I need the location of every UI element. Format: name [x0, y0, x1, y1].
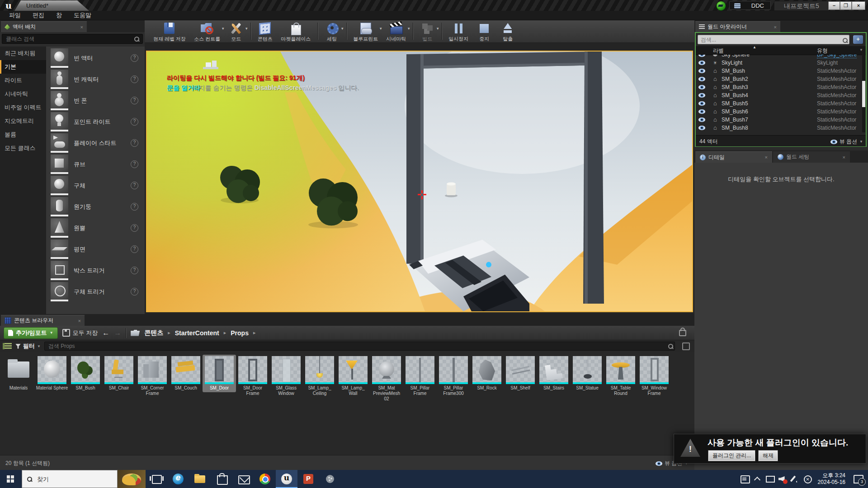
visibility-eye-icon[interactable]: [698, 101, 705, 106]
asset-tile[interactable]: SM_Statue: [571, 355, 604, 392]
asset-tile[interactable]: SM_Glass Window: [269, 355, 303, 398]
category-item[interactable]: 최근 배치됨: [0, 47, 46, 60]
chevron-down-icon[interactable]: ▼: [340, 27, 344, 31]
taskbar-search-input[interactable]: [36, 475, 106, 483]
menu-item[interactable]: 편집: [27, 11, 50, 19]
start-button[interactable]: [0, 470, 22, 488]
outliner-search-input[interactable]: [698, 35, 849, 44]
toolbar-button[interactable]: 시네마틱 ▼: [382, 20, 410, 42]
sources-panel-icon[interactable]: [3, 343, 12, 349]
breadcrumb-item[interactable]: Props: [231, 329, 255, 337]
visibility-eye-icon[interactable]: [698, 77, 705, 81]
placeable-actor-row[interactable]: 원뿔 ?: [46, 217, 145, 239]
ddc-button[interactable]: DDC: [729, 1, 771, 10]
outliner-view-options[interactable]: 뷰 옵션 ▼: [830, 138, 863, 145]
add-import-button[interactable]: 추가/임포트 ▼: [4, 327, 58, 339]
outliner-row[interactable]: SM_Bush6 StaticMeshActor: [696, 108, 866, 116]
asset-tile[interactable]: SM_Pillar Frame300: [437, 355, 470, 398]
outliner-row[interactable]: SM_Bush StaticMeshActor: [696, 67, 866, 75]
asset-tile[interactable]: SM_Door Frame: [236, 355, 269, 398]
taskbar-app-icon[interactable]: [297, 470, 319, 488]
breadcrumb-item[interactable]: StarterContent: [175, 329, 226, 337]
placeable-actor-row[interactable]: 구체 ?: [46, 175, 145, 196]
tray-icon[interactable]: [764, 470, 776, 488]
asset-tile[interactable]: Material Sphere: [35, 355, 69, 392]
category-item[interactable]: 지오메트리: [0, 114, 46, 128]
help-icon[interactable]: ?: [131, 267, 138, 274]
help-icon[interactable]: ?: [131, 224, 138, 232]
placeable-actor-row[interactable]: 플레이어 스타트 ?: [46, 132, 145, 154]
path-folder-icon[interactable]: [131, 330, 140, 336]
asset-tile[interactable]: SM_Window Frame: [637, 355, 671, 398]
outliner-row[interactable]: SM_Bush5 StaticMeshActor: [696, 99, 866, 108]
outliner-row[interactable]: SM_Bush8 StaticMeshActor: [696, 124, 866, 132]
dismiss-button[interactable]: 해제: [759, 450, 778, 461]
asset-tile[interactable]: SM_Lamp_ Ceiling: [303, 355, 336, 398]
taskbar-app-icon[interactable]: [146, 470, 167, 488]
placeable-actor-row[interactable]: 원기둥 ?: [46, 196, 145, 217]
viewport-3d[interactable]: 라이팅을 다시 빌드해야 합니다 (빌드 필요: 91개) 시지를 숨기는 명령…: [146, 51, 693, 312]
toolbar-button[interactable]: 현재 레벨 저장 ▼: [149, 20, 190, 42]
tray-icon[interactable]: [776, 470, 789, 488]
taskbar-app-icon[interactable]: [211, 470, 232, 488]
visibility-eye-icon[interactable]: [698, 126, 705, 130]
toolbar-button[interactable]: 중지 ▼: [472, 20, 496, 42]
forward-button[interactable]: →: [114, 329, 121, 337]
visibility-eye-icon[interactable]: [698, 93, 705, 98]
asset-tile[interactable]: SM_Bush: [69, 355, 102, 392]
outliner-row[interactable]: SM_Bush2 StaticMeshActor: [696, 75, 866, 83]
placeable-actor-row[interactable]: 박스 트리거 ?: [46, 260, 145, 281]
visibility-eye-icon[interactable]: [698, 85, 705, 89]
asset-tile[interactable]: SM_Pillar Frame: [403, 355, 437, 398]
toolbar-button[interactable]: 빌드 ▼: [415, 20, 439, 42]
help-icon[interactable]: ?: [131, 54, 138, 62]
chevron-down-icon[interactable]: ▼: [859, 48, 863, 52]
category-item[interactable]: 볼륨: [0, 128, 46, 141]
column-type[interactable]: 유형: [817, 47, 828, 55]
asset-tile[interactable]: SM_Rock: [470, 355, 504, 392]
help-icon[interactable]: ?: [131, 139, 138, 147]
breadcrumb-item[interactable]: 콘텐츠: [144, 329, 170, 337]
tray-icon[interactable]: [738, 470, 751, 488]
tray-icon[interactable]: [802, 470, 814, 488]
category-item[interactable]: 비주얼 이펙트: [0, 101, 46, 114]
save-all-button[interactable]: 모두 저장: [62, 329, 98, 337]
visibility-eye-icon[interactable]: [698, 61, 705, 65]
toolbar-button[interactable]: 모드 ▼: [224, 20, 248, 42]
outliner-row[interactable]: SM_Bush7 StaticMeshActor: [696, 116, 866, 124]
asset-tile[interactable]: Materials: [2, 355, 35, 392]
taskbar-clock[interactable]: 오후 3:24 2024-05-16: [814, 472, 850, 486]
close-button[interactable]: ×: [852, 1, 865, 10]
toolbar-button[interactable]: 세팅 ▼: [320, 20, 344, 42]
help-icon[interactable]: ?: [131, 288, 138, 296]
asset-tile[interactable]: SM_Stairs: [537, 355, 571, 392]
menu-item[interactable]: 파일: [4, 11, 26, 19]
help-icon[interactable]: ?: [131, 182, 138, 189]
outliner-row[interactable]: SM_Bush4 StaticMeshActor: [696, 91, 866, 99]
visibility-eye-icon[interactable]: [698, 117, 705, 122]
level-tab[interactable]: Untitled*: [14, 0, 89, 11]
tab-place-actors[interactable]: 액터 배치 ×: [1, 21, 87, 32]
help-icon[interactable]: ?: [131, 118, 138, 126]
chevron-down-icon[interactable]: ▼: [436, 27, 439, 31]
placeable-actor-row[interactable]: 구체 트리거 ?: [46, 281, 145, 302]
tab-content-browser[interactable]: 콘텐츠 브라우저 ×: [1, 315, 85, 326]
outliner-row[interactable]: SM_Bush3 StaticMeshActor: [696, 83, 866, 91]
placeable-actor-row[interactable]: 빈 폰 ?: [46, 90, 145, 111]
taskbar-app-icon[interactable]: [232, 470, 254, 488]
toolbar-button[interactable]: 일시정지 ▼: [444, 20, 472, 42]
tab-details[interactable]: i 디테일 ×: [695, 151, 772, 163]
chevron-down-icon[interactable]: ▼: [407, 27, 410, 31]
scrollbar-thumb[interactable]: [862, 81, 865, 107]
taskbar-app-icon[interactable]: [189, 470, 211, 488]
visibility-eye-icon[interactable]: [698, 109, 705, 114]
close-icon[interactable]: ×: [80, 24, 83, 30]
visibility-eye-icon[interactable]: [698, 69, 705, 73]
outliner-row[interactable]: SkyLight SkyLight: [696, 59, 866, 67]
placeable-actor-row[interactable]: 큐브 ?: [46, 154, 145, 175]
filter-button[interactable]: 필터 ▼: [15, 342, 41, 350]
action-center-button[interactable]: 3: [850, 470, 868, 488]
tutorial-icon[interactable]: [716, 1, 726, 11]
placeable-actor-row[interactable]: 빈 액터 ?: [46, 47, 145, 69]
outliner-column-header[interactable]: 라벨 ▲ 유형 ▼: [696, 46, 866, 55]
